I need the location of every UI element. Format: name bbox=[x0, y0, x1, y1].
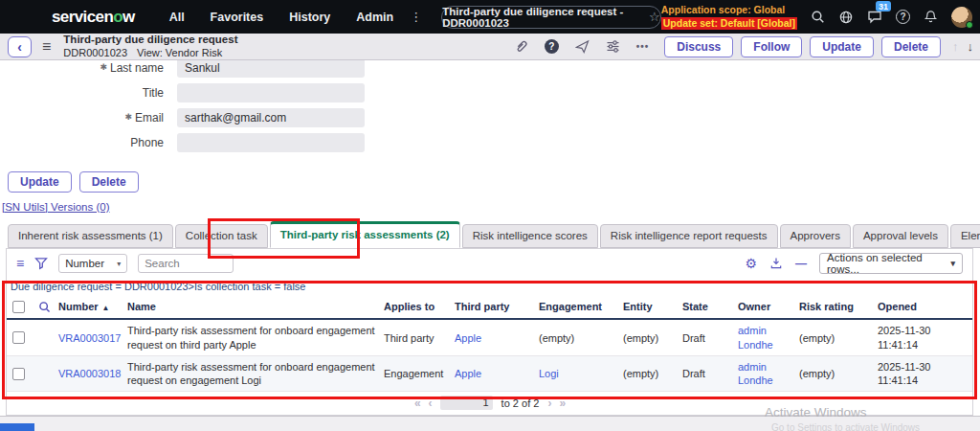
record-link[interactable]: VRA0003018 bbox=[58, 368, 121, 379]
column-header-engagement[interactable]: Engagement bbox=[539, 301, 623, 312]
update-button-footer[interactable]: Update bbox=[8, 171, 72, 193]
contextual-help-icon[interactable]: ? bbox=[545, 39, 559, 54]
column-header-number[interactable]: Number▲ bbox=[58, 301, 127, 312]
last-name-field[interactable]: Sankul bbox=[177, 58, 365, 78]
paper-plane-icon[interactable] bbox=[575, 39, 590, 54]
globe-icon[interactable] bbox=[838, 10, 854, 25]
list-search-input[interactable] bbox=[138, 254, 234, 273]
form-context-menu-icon[interactable]: ≡ bbox=[42, 39, 51, 55]
column-header-state[interactable]: State bbox=[682, 301, 738, 312]
tab-risk-intelligence-report-requests[interactable]: Risk intelligence report requests bbox=[600, 224, 778, 248]
help-icon[interactable]: ? bbox=[896, 10, 910, 24]
engagement-link[interactable]: Logi bbox=[539, 368, 559, 379]
favorite-star-icon[interactable]: ☆ bbox=[649, 10, 660, 24]
attachment-paperclip-icon[interactable] bbox=[514, 39, 528, 54]
pagination-range-label: to 2 of 2 bbox=[501, 397, 540, 409]
nav-item-favorites[interactable]: Favorites bbox=[211, 11, 264, 24]
user-avatar[interactable] bbox=[951, 7, 972, 28]
delete-button-footer[interactable]: Delete bbox=[79, 171, 139, 193]
nav-item-history[interactable]: History bbox=[289, 11, 330, 24]
collapse-list-icon[interactable]: — bbox=[795, 257, 807, 270]
last-page-icon[interactable]: » bbox=[559, 397, 565, 410]
previous-page-icon[interactable]: ‹ bbox=[429, 397, 432, 410]
column-header-applies-to[interactable]: Applies to bbox=[384, 301, 455, 312]
scroll-down-icon[interactable]: ↓ bbox=[968, 39, 974, 54]
required-icon: ✱ bbox=[100, 62, 107, 72]
tab-third-party-risk-assessments[interactable]: Third-party risk assessments (2) bbox=[270, 221, 460, 248]
owner-link[interactable]: admin Londhe bbox=[738, 325, 773, 350]
tab-risk-intelligence-scores[interactable]: Risk intelligence scores bbox=[462, 224, 598, 248]
tab-element-entities[interactable]: Element entities bbox=[950, 224, 980, 248]
first-page-icon[interactable]: « bbox=[414, 397, 420, 410]
column-search-icon[interactable] bbox=[35, 301, 58, 313]
column-header-third-party[interactable]: Third party bbox=[455, 301, 539, 312]
servicenow-logo[interactable]: servicenow bbox=[52, 8, 135, 27]
delete-button-header[interactable]: Delete bbox=[881, 36, 941, 57]
list-context-menu-icon[interactable]: ≡ bbox=[16, 257, 24, 270]
application-scope-text: Application scope: Global bbox=[661, 4, 797, 17]
next-page-icon[interactable]: › bbox=[547, 397, 550, 410]
nav-item-admin[interactable]: Admin bbox=[356, 11, 393, 24]
email-field[interactable]: sarthak@gmail.com bbox=[177, 108, 365, 127]
cell-state: Draft bbox=[682, 332, 738, 344]
search-column-select[interactable]: Number▾ bbox=[58, 254, 127, 273]
notifications-bell-icon[interactable] bbox=[924, 10, 938, 24]
form-header-bar: ‹ ≡ Third-party due diligence request DD… bbox=[0, 34, 980, 60]
column-header-owner[interactable]: Owner bbox=[738, 300, 799, 313]
update-button-header[interactable]: Update bbox=[810, 36, 874, 57]
form-header-buttons: Discuss Follow Update Delete bbox=[664, 36, 941, 57]
column-header-name[interactable]: Name bbox=[127, 300, 384, 313]
tab-collection-task[interactable]: Collection task bbox=[175, 224, 268, 248]
tab-approvers[interactable]: Approvers bbox=[780, 224, 851, 248]
cell-state: Draft bbox=[682, 368, 738, 379]
cell-risk-rating: (empty) bbox=[799, 332, 878, 344]
personalize-sliders-icon[interactable] bbox=[606, 39, 620, 54]
title-field[interactable] bbox=[177, 83, 365, 102]
chevron-down-icon: ▾ bbox=[117, 260, 121, 268]
follow-button[interactable]: Follow bbox=[741, 36, 802, 57]
phone-field[interactable] bbox=[177, 133, 365, 152]
form-footer-buttons: Update Delete bbox=[8, 171, 139, 193]
list-header-row: Number▲ Name Applies to Third party Enga… bbox=[7, 295, 972, 320]
column-header-entity[interactable]: Entity bbox=[623, 301, 682, 312]
third-party-link[interactable]: Apple bbox=[455, 368, 481, 379]
presence-status-dot bbox=[966, 21, 973, 29]
filter-breadcrumb[interactable]: Due diligence request = DDR0001023>Is co… bbox=[11, 281, 972, 292]
cell-applies-to: Engagement bbox=[384, 368, 455, 379]
chat-badge-count: 31 bbox=[876, 1, 891, 11]
more-menu-icon[interactable]: ⋮ bbox=[410, 10, 422, 24]
row-checkbox[interactable] bbox=[12, 368, 25, 380]
cell-engagement: (empty) bbox=[539, 332, 623, 344]
select-all-checkbox[interactable] bbox=[12, 301, 25, 313]
actions-on-selected-rows-select[interactable]: Actions on selected rows...▾ bbox=[819, 253, 963, 274]
column-header-risk-rating[interactable]: Risk rating bbox=[799, 301, 878, 312]
tab-approval-levels[interactable]: Approval levels bbox=[853, 224, 948, 248]
chat-icon[interactable]: 31 bbox=[867, 10, 882, 24]
current-page-input[interactable]: 1 bbox=[440, 396, 493, 410]
search-icon[interactable] bbox=[811, 10, 825, 24]
more-options-icon[interactable]: ••• bbox=[636, 41, 650, 52]
tab-inherent-risk-assessments[interactable]: Inherent risk assessments (1) bbox=[8, 224, 173, 248]
list-settings-gear-icon[interactable]: ⚙ bbox=[745, 256, 757, 271]
form-title-block: Third-party due diligence request DDR000… bbox=[63, 34, 237, 59]
form-header-icons: ? ••• bbox=[514, 39, 650, 54]
column-header-opened[interactable]: Opened bbox=[878, 300, 964, 313]
filter-funnel-icon[interactable] bbox=[34, 257, 48, 270]
cell-risk-rating: (empty) bbox=[799, 368, 878, 379]
sn-utils-versions-link[interactable]: [SN Utils] Versions (0) bbox=[2, 201, 109, 213]
third-party-link[interactable]: Apple bbox=[455, 332, 481, 344]
owner-link[interactable]: admin Londhe bbox=[738, 361, 773, 386]
export-download-icon[interactable] bbox=[769, 257, 783, 270]
row-checkbox[interactable] bbox=[12, 331, 25, 344]
view-label[interactable]: View: Vendor Risk bbox=[137, 47, 222, 58]
nav-item-all[interactable]: All bbox=[169, 11, 185, 24]
discuss-button[interactable]: Discuss bbox=[664, 36, 733, 57]
record-link[interactable]: VRA0003017 bbox=[58, 332, 121, 344]
cell-entity: (empty) bbox=[623, 332, 682, 344]
cell-name: Third-party risk assessment for onboard … bbox=[127, 360, 384, 388]
scroll-up-icon[interactable]: ↑ bbox=[952, 39, 959, 54]
cell-applies-to: Third party bbox=[384, 332, 455, 344]
current-record-pill[interactable]: Third-party due diligence request - DDR0… bbox=[441, 6, 661, 29]
related-list-panel: ≡ Number▾ ⚙ — Actions on selected rows..… bbox=[6, 248, 973, 416]
back-button[interactable]: ‹ bbox=[8, 36, 32, 57]
